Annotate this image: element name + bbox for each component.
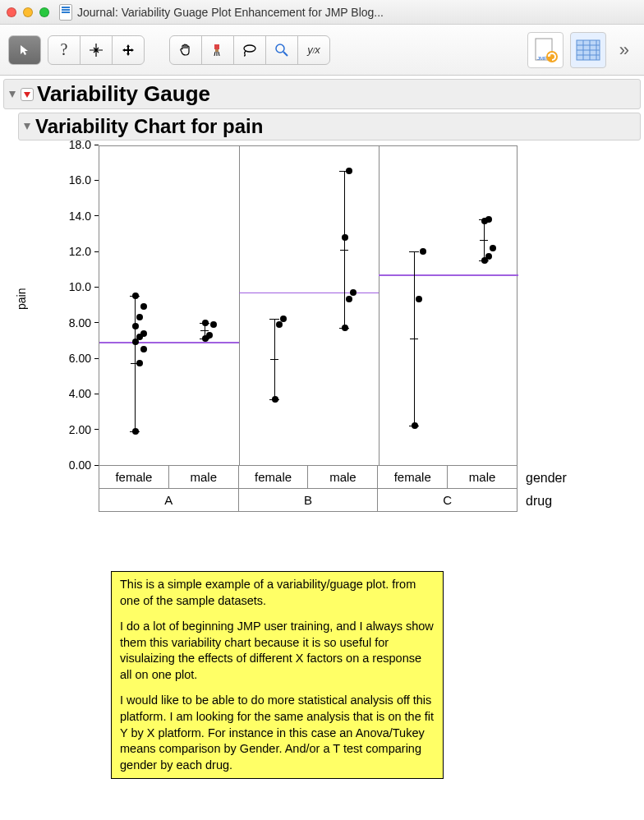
data-point[interactable] (140, 346, 147, 352)
svg-point-2 (244, 45, 255, 52)
x-cell-drug: C (378, 489, 517, 511)
brush-icon (210, 43, 225, 58)
data-point[interactable] (140, 330, 147, 337)
data-point[interactable] (140, 303, 147, 310)
disclosure-triangle-icon[interactable] (22, 122, 32, 131)
window-title: Journal: Variability Guage Plot Enhancem… (77, 6, 637, 19)
plot-body[interactable] (99, 145, 518, 466)
yx-tool-button[interactable]: y/x (297, 35, 330, 65)
data-point[interactable] (136, 360, 143, 366)
crosshair-icon (89, 43, 104, 58)
data-point[interactable] (280, 316, 287, 322)
data-point[interactable] (420, 248, 426, 255)
x-factor-label-gender: gender (526, 471, 567, 486)
arrow-tool-button[interactable] (8, 35, 41, 65)
svg-rect-0 (214, 44, 219, 49)
move-tool-button[interactable] (112, 35, 145, 65)
note-paragraph: I do a lot of beginning JMP user trainin… (120, 619, 435, 683)
crosshair-tool-button[interactable] (80, 35, 113, 65)
data-point[interactable] (342, 234, 348, 241)
zoom-tool-button[interactable] (265, 35, 298, 65)
document-icon (59, 4, 72, 21)
data-point[interactable] (412, 422, 418, 429)
content-area: Variability Gauge Variability Chart for … (0, 79, 644, 491)
svg-point-3 (276, 44, 284, 53)
x-cell-gender: female (239, 466, 309, 488)
lasso-icon (242, 43, 258, 58)
annotation-note[interactable]: This is a simple example of a variabilit… (111, 571, 444, 779)
svg-text:JMP: JMP (537, 56, 547, 61)
data-point[interactable] (490, 245, 496, 251)
hand-tool-button[interactable] (169, 35, 202, 65)
x-row-gender: femalemalefemalemalefemalemale (99, 466, 518, 489)
note-paragraph: This is a simple example of a variabilit… (120, 577, 435, 609)
help-tool-button[interactable]: ? (48, 35, 80, 65)
variability-plot[interactable]: 0.002.004.006.008.0010.012.014.016.018.0… (49, 145, 542, 491)
data-point[interactable] (350, 289, 356, 296)
section-title: Variability Gauge (37, 81, 210, 107)
lasso-tool-button[interactable] (233, 35, 266, 65)
brush-tool-button[interactable] (201, 35, 234, 65)
svg-rect-1 (215, 49, 218, 52)
svg-line-4 (283, 52, 288, 56)
yx-icon: y/x (307, 44, 320, 56)
move-icon (121, 43, 136, 58)
jmp-home-icon[interactable]: JMP (527, 32, 564, 68)
chart-area: pain 0.002.004.006.008.0010.012.014.016.… (49, 145, 644, 491)
x-factor-label-drug: drug (526, 494, 552, 509)
data-point[interactable] (206, 332, 213, 339)
data-table-icon[interactable] (570, 32, 606, 68)
data-point[interactable] (485, 216, 492, 223)
data-point[interactable] (346, 168, 352, 174)
data-point[interactable] (136, 314, 143, 320)
magnifier-icon (274, 43, 289, 58)
zoom-window-button[interactable] (39, 7, 49, 17)
data-point[interactable] (272, 396, 278, 403)
data-point[interactable] (202, 320, 209, 326)
section-subtitle: Variability Chart for pain (35, 115, 263, 138)
x-cell-gender: male (308, 466, 378, 488)
disclosure-triangle-icon[interactable] (7, 90, 17, 99)
data-point[interactable] (342, 325, 348, 331)
x-cell-gender: male (448, 466, 517, 488)
note-paragraph: I would like to be able to do more stati… (120, 693, 435, 773)
x-cell-gender: male (169, 466, 239, 488)
x-cell-drug: A (99, 489, 239, 511)
data-point[interactable] (132, 293, 139, 299)
hand-icon (177, 42, 194, 58)
x-cell-gender: female (99, 466, 169, 488)
y-axis-ticks: 0.002.004.006.008.0010.012.014.016.018.0 (49, 145, 99, 466)
data-point[interactable] (485, 253, 492, 260)
section-variability-gauge[interactable]: Variability Gauge (3, 79, 641, 109)
x-row-drug: ABC (99, 489, 518, 512)
data-point[interactable] (416, 296, 422, 302)
red-triangle-menu[interactable] (21, 88, 34, 101)
minimize-window-button[interactable] (23, 7, 33, 17)
y-axis-label: pain (15, 288, 28, 310)
x-cell-gender: female (378, 466, 448, 488)
close-window-button[interactable] (7, 7, 16, 17)
toolbar: ? y/x JMP » (0, 25, 644, 76)
x-cell-drug: B (239, 489, 379, 511)
window-controls (7, 7, 49, 17)
titlebar: Journal: Variability Guage Plot Enhancem… (0, 0, 644, 25)
help-icon: ? (61, 40, 68, 59)
x-axis-strip: femalemalefemalemalefemalemale ABC (99, 466, 518, 512)
data-point[interactable] (346, 296, 352, 302)
data-point[interactable] (132, 323, 139, 329)
section-variability-chart[interactable]: Variability Chart for pain (18, 113, 641, 141)
data-point[interactable] (210, 321, 217, 328)
data-point[interactable] (132, 428, 139, 435)
overflow-button[interactable]: » (613, 39, 636, 61)
